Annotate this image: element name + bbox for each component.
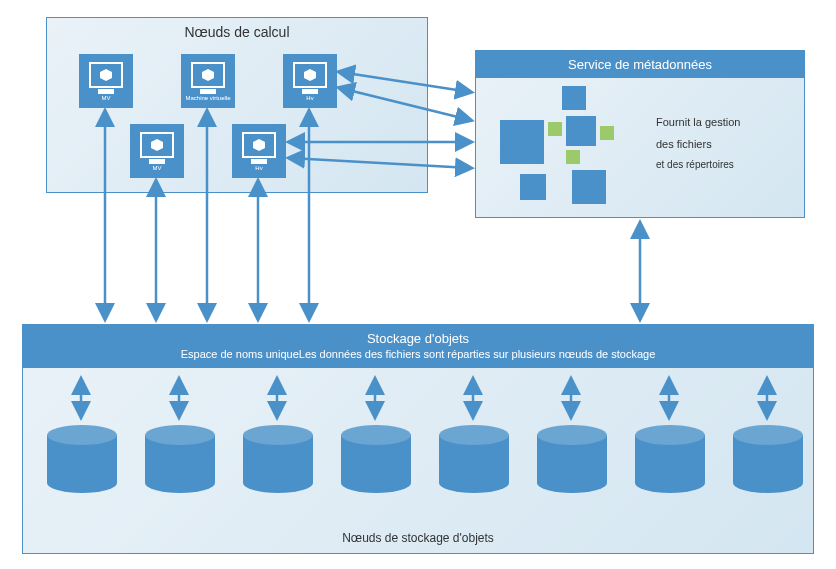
vm-label: MV (153, 165, 162, 171)
cube-icon (100, 69, 112, 81)
metadata-service-box: Service de métadonnées Fournit la gestio… (475, 50, 805, 218)
square-icon (572, 170, 606, 204)
svg-marker-1 (202, 69, 214, 81)
monitor-icon (242, 132, 276, 158)
vm-node: MV (130, 124, 184, 178)
metadata-title: Service de métadonnées (476, 51, 804, 78)
metadata-line2: des fichiers (656, 136, 740, 154)
square-icon (500, 120, 544, 164)
vm-label: MV (102, 95, 111, 101)
square-icon (566, 150, 580, 164)
storage-cylinder-icon (341, 425, 411, 495)
cube-icon (151, 139, 163, 151)
storage-cylinder-icon (47, 425, 117, 495)
monitor-icon (140, 132, 174, 158)
vm-node: Machine virtuelle (181, 54, 235, 108)
object-storage-box: Stockage d'objets Espace de noms uniqueL… (22, 324, 814, 554)
square-icon (600, 126, 614, 140)
metadata-line1: Fournit la gestion (656, 114, 740, 132)
compute-nodes-box: Nœuds de calcul MV Machine virtuelle Hv (46, 17, 428, 193)
storage-cylinder-icon (243, 425, 313, 495)
vm-node: Hv (283, 54, 337, 108)
vm-node: Hv (232, 124, 286, 178)
square-icon (562, 86, 586, 110)
monitor-icon (191, 62, 225, 88)
storage-subtitle: Espace de noms uniqueLes données des fic… (23, 346, 813, 368)
cube-icon (202, 69, 214, 81)
storage-title: Stockage d'objets (23, 325, 813, 346)
vm-label: Machine virtuelle (185, 95, 230, 101)
svg-marker-3 (151, 139, 163, 151)
metadata-desc: Fournit la gestion des fichiers et des r… (656, 114, 740, 173)
storage-cylinder-icon (537, 425, 607, 495)
square-icon (520, 174, 546, 200)
monitor-icon (293, 62, 327, 88)
storage-footer: Nœuds de stockage d'objets (23, 531, 813, 545)
compute-title: Nœuds de calcul (47, 18, 427, 40)
square-icon (566, 116, 596, 146)
vm-label: Hv (255, 165, 262, 171)
metadata-line3: et des répertoires (656, 157, 740, 173)
svg-marker-0 (100, 69, 112, 81)
vm-node: MV (79, 54, 133, 108)
diagram-canvas: Nœuds de calcul MV Machine virtuelle Hv (0, 0, 836, 569)
svg-marker-4 (253, 139, 265, 151)
cube-icon (304, 69, 316, 81)
vm-label: Hv (306, 95, 313, 101)
square-icon (548, 122, 562, 136)
cube-icon (253, 139, 265, 151)
storage-cylinder-icon (439, 425, 509, 495)
monitor-icon (89, 62, 123, 88)
svg-marker-2 (304, 69, 316, 81)
storage-cylinder-icon (145, 425, 215, 495)
storage-cylinder-icon (733, 425, 803, 495)
storage-cylinder-icon (635, 425, 705, 495)
